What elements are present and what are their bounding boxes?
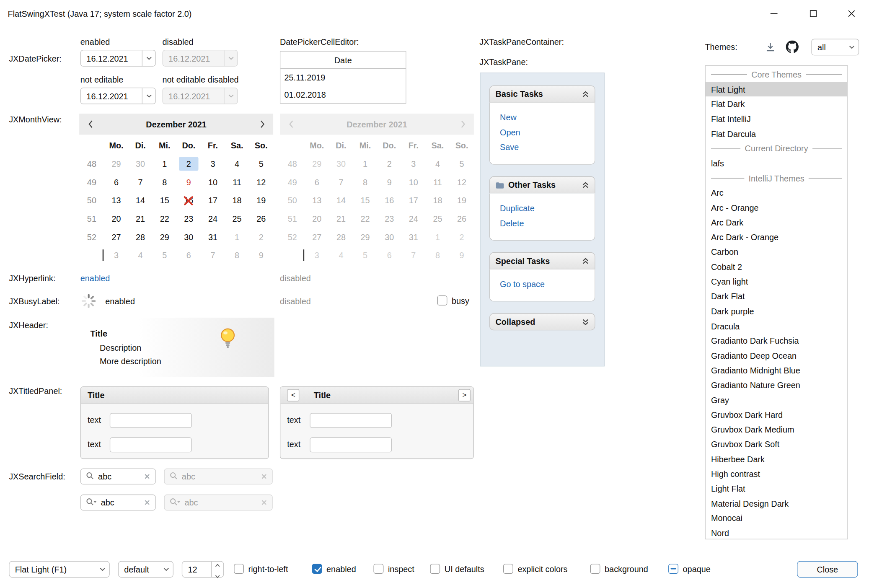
- collapse-icon[interactable]: [582, 257, 589, 265]
- day-cell[interactable]: 11: [225, 173, 249, 192]
- day-cell[interactable]: 15: [153, 191, 177, 210]
- theme-item[interactable]: Gradianto Deep Ocean: [706, 348, 848, 363]
- day-cell[interactable]: 6: [177, 246, 201, 264]
- day-cell[interactable]: 29: [153, 228, 177, 246]
- day-cell[interactable]: 26: [249, 210, 273, 228]
- taskpane-title[interactable]: Special Tasks: [489, 252, 595, 269]
- task-link[interactable]: Delete: [500, 216, 589, 231]
- task-link[interactable]: Duplicate: [500, 201, 589, 216]
- day-cell[interactable]: 5: [153, 246, 177, 264]
- day-cell[interactable]: 2: [177, 155, 201, 173]
- previous-month-button[interactable]: [79, 114, 101, 135]
- datepicker-not-editable[interactable]: 16.12.2021: [80, 88, 156, 104]
- theme-item[interactable]: Cyan light: [706, 274, 848, 289]
- day-cell[interactable]: 7: [128, 173, 153, 192]
- next-month-button[interactable]: [251, 114, 273, 135]
- day-cell[interactable]: 29: [104, 155, 129, 173]
- checkbox[interactable]: [234, 564, 244, 574]
- day-cell[interactable]: 1: [153, 155, 177, 173]
- day-cell[interactable]: 6: [104, 173, 129, 192]
- task-link[interactable]: Save: [500, 140, 589, 155]
- day-cell[interactable]: 10: [201, 173, 225, 192]
- maximize-button[interactable]: [796, 0, 830, 28]
- day-cell[interactable]: 21: [128, 210, 153, 228]
- day-cell[interactable]: 8: [153, 173, 177, 192]
- minimize-button[interactable]: [756, 0, 791, 28]
- day-cell[interactable]: 24: [201, 210, 225, 228]
- theme-item[interactable]: Cobalt 2: [706, 259, 848, 274]
- themes-filter-combo[interactable]: all: [811, 39, 859, 56]
- theme-item[interactable]: Nord: [706, 526, 848, 539]
- chevron-down-icon[interactable]: [142, 88, 155, 104]
- spinner-down-icon[interactable]: [215, 570, 220, 579]
- clear-icon[interactable]: [144, 472, 150, 481]
- hyperlink-enabled[interactable]: enabled: [80, 273, 110, 282]
- task-link[interactable]: Go to space: [500, 277, 589, 292]
- theme-item[interactable]: Light Flat: [706, 481, 848, 496]
- day-cell[interactable]: 22: [153, 210, 177, 228]
- panel-right-button[interactable]: >: [458, 389, 471, 401]
- download-button[interactable]: [764, 41, 777, 54]
- close-window-button[interactable]: [833, 0, 869, 28]
- checkbox[interactable]: [668, 564, 678, 574]
- day-cell[interactable]: 12: [249, 173, 273, 192]
- laf-combo[interactable]: Flat Light (F1): [9, 561, 110, 578]
- day-cell[interactable]: 20: [104, 210, 129, 228]
- theme-item[interactable]: Monocai: [706, 511, 848, 526]
- day-cell[interactable]: 30: [128, 155, 153, 173]
- expand-icon[interactable]: [582, 318, 589, 326]
- checkbox[interactable]: [503, 564, 513, 574]
- text-field[interactable]: [110, 438, 192, 453]
- day-cell[interactable]: 18: [225, 191, 249, 210]
- theme-item[interactable]: Gruvbox Dark Hard: [706, 407, 848, 422]
- day-cell[interactable]: 25: [225, 210, 249, 228]
- task-link[interactable]: Open: [500, 125, 589, 140]
- font-size-spinner[interactable]: 12: [182, 561, 224, 578]
- theme-item[interactable]: Flat Darcula: [706, 126, 848, 141]
- checkbox[interactable]: [312, 564, 322, 574]
- datepicker-enabled[interactable]: 16.12.2021: [80, 50, 156, 67]
- search-menu-icon[interactable]: [86, 497, 97, 508]
- day-cell[interactable]: 28: [128, 228, 153, 246]
- day-cell[interactable]: 13: [104, 191, 129, 210]
- theme-item[interactable]: Arc - Orange: [706, 200, 848, 215]
- theme-item[interactable]: Dracula: [706, 319, 848, 333]
- theme-item[interactable]: lafs: [706, 156, 848, 171]
- day-cell[interactable]: 14: [128, 191, 153, 210]
- collapse-icon[interactable]: [582, 90, 589, 98]
- theme-item[interactable]: Gradianto Dark Fuchsia: [706, 333, 848, 348]
- theme-item[interactable]: Flat IntelliJ: [706, 111, 848, 126]
- taskpane-title[interactable]: Other Tasks: [489, 176, 595, 194]
- chevron-down-icon[interactable]: [142, 50, 155, 66]
- theme-item[interactable]: Gradianto Nature Green: [706, 378, 848, 392]
- theme-item[interactable]: Gruvbox Dark Soft: [706, 437, 848, 452]
- theme-item[interactable]: Gray: [706, 393, 848, 407]
- theme-item[interactable]: Material Design Dark: [706, 496, 848, 511]
- search-input[interactable]: abc: [98, 472, 140, 481]
- theme-item[interactable]: Arc Dark - Orange: [706, 230, 848, 244]
- theme-item[interactable]: Hiberbee Dark: [706, 452, 848, 466]
- day-cell[interactable]: 16: [177, 191, 201, 210]
- day-cell[interactable]: 19: [249, 191, 273, 210]
- checkbox[interactable]: [430, 564, 440, 574]
- day-cell[interactable]: 27: [104, 228, 129, 246]
- day-cell[interactable]: 5: [249, 155, 273, 173]
- table-row[interactable]: 01.02.2018: [280, 86, 406, 103]
- day-cell[interactable]: 3: [201, 155, 225, 173]
- day-cell[interactable]: 4: [225, 155, 249, 173]
- theme-item[interactable]: High contrast: [706, 466, 848, 481]
- day-cell[interactable]: 17: [201, 191, 225, 210]
- panel-left-button[interactable]: <: [287, 389, 299, 401]
- taskpane-title[interactable]: Basic Tasks: [489, 85, 595, 103]
- day-cell[interactable]: 2: [249, 228, 273, 246]
- text-field[interactable]: [110, 413, 192, 428]
- day-cell[interactable]: 31: [201, 228, 225, 246]
- task-link[interactable]: New: [500, 110, 589, 125]
- style-combo[interactable]: default: [118, 561, 173, 578]
- spinner-arrows[interactable]: [211, 562, 223, 577]
- text-field[interactable]: [310, 438, 392, 453]
- search-field[interactable]: abc: [80, 469, 156, 484]
- day-cell[interactable]: 4: [128, 246, 153, 264]
- busy-checkbox[interactable]: [437, 295, 447, 306]
- day-cell[interactable]: 9: [249, 246, 273, 264]
